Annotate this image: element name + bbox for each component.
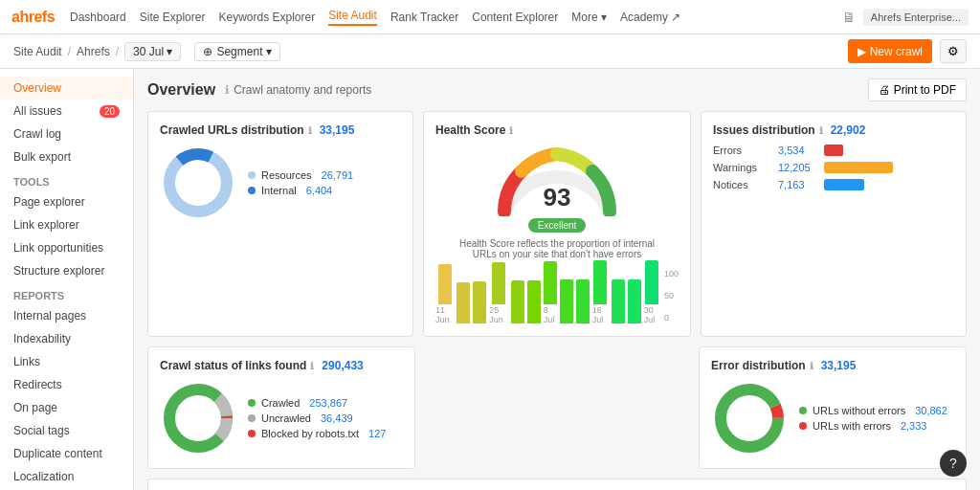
no-errors-val: 30,862 [915,405,947,416]
bar-column: 25 Jun [489,262,507,325]
health-content: 93 Excellent Health Score reflects the p… [435,145,679,324]
health-label: Excellent [528,218,587,233]
sidebar-localization[interactable]: Localization [0,465,133,488]
notices-label: Notices [713,179,770,190]
new-crawl-button[interactable]: ▶ New crawl [848,39,932,63]
no-errors-dot [799,407,807,414]
segment-button[interactable]: ⊕ Segment ▾ [194,42,279,61]
sidebar-tools-section: Tools [0,168,133,190]
sidebar-page-explorer[interactable]: Page explorer [0,190,133,213]
error-dist-donut [711,380,788,457]
account-label[interactable]: Ahrefs Enterprise... [863,9,969,26]
sidebar-link-opportunities[interactable]: Link opportunities [0,236,133,259]
nav-site-audit[interactable]: Site Audit [328,9,377,26]
breadcrumb-site-audit[interactable]: Site Audit [13,45,62,58]
errors-bar [824,145,843,156]
sidebar-redirects[interactable]: Redirects [0,373,133,396]
svg-point-5 [721,390,778,447]
bar-label: 25 Jun [489,305,507,324]
bar-column [628,279,641,325]
uncrawled-val: 36,439 [321,412,353,424]
bar-segment [438,264,452,305]
sidebar-social-tags[interactable]: Social tags [0,419,133,442]
legend-internal: Internal 6,404 [248,185,353,196]
sidebar-overview[interactable]: Overview [0,77,133,100]
bar-segment [593,260,607,305]
nav-site-explorer[interactable]: Site Explorer [140,11,206,24]
crawl-status-info[interactable]: ℹ [310,361,314,371]
logo: ahrefs [11,9,55,26]
sidebar-duplicate-content[interactable]: Duplicate content [0,442,133,465]
issues-rows: Errors 3,534 Warnings 12,205 [713,145,954,190]
date-dropdown[interactable]: 30 Jul ▾ [124,42,181,61]
sidebar-indexability[interactable]: Indexability [0,327,133,350]
spacer [425,346,689,469]
print-icon: 🖨 [879,83,890,97]
print-button[interactable]: 🖨 Print to PDF [868,78,967,101]
bar-column [473,281,486,324]
content-header: Overview ℹ Crawl anatomy and reports 🖨 P… [147,78,967,101]
crawl-status-total: 290,433 [322,359,363,372]
sidebar-internal-pages[interactable]: Internal pages [0,304,133,327]
bar-column [457,282,470,325]
crawl-status-donut [160,380,236,457]
sidebar-all-issues[interactable]: All issues 20 [0,100,133,122]
breadcrumb-sep1: / [68,45,71,58]
bar-column [576,279,590,324]
nav-rank-tracker[interactable]: Rank Tracker [390,11,458,24]
nav-more[interactable]: More ▾ [571,11,607,24]
bar-segment [492,262,505,305]
warnings-bar-bg [824,162,954,173]
sidebar-link-explorer[interactable]: Link explorer [0,213,133,236]
with-errors-dot [799,422,807,430]
notices-row: Notices 7,163 [713,179,954,190]
health-score-info[interactable]: ℹ [509,125,513,136]
legend-blocked: Blocked by robots.txt 127 [248,428,386,439]
bar-column [527,280,541,325]
bar-column [612,279,625,325]
bar-segment [645,260,658,305]
error-dist-info[interactable]: ℹ [810,361,813,371]
sidebar-links[interactable]: Links [0,350,133,373]
bar-segment [527,280,541,324]
blocked-dot [248,430,256,437]
gauge-score: 93 [544,183,571,212]
segment-label: Segment ▾ [216,45,271,58]
error-dist-title: Error distribution ℹ 33,195 [711,359,954,372]
sidebar-on-page[interactable]: On page [0,396,133,419]
bar-column: 16 Jul [592,260,609,325]
bar-axis: 100 50 0 [664,267,679,324]
errors-label: Errors [713,145,770,156]
legend-with-errors: URLs with errors 2,333 [799,420,947,432]
monitor-icon: 🖥 [842,10,856,25]
bar-column [511,280,524,324]
bar-segment [544,261,557,305]
issues-dist-title: Issues distribution ℹ 22,902 [713,123,954,137]
issues-dist-card: Issues distribution ℹ 22,902 Errors 3,53… [701,111,967,337]
nav-keywords-explorer[interactable]: Keywords Explorer [218,11,315,24]
crawl-status-card: Crawl status of links found ℹ 290,433 Cr… [147,346,415,469]
nav-dashboard[interactable]: Dashboard [70,11,126,24]
sidebar-bulk-export[interactable]: Bulk export [0,145,133,168]
warnings-row: Warnings 12,205 [713,162,954,173]
error-dist-chart: URLs without errors 30,862 URLs with err… [711,380,954,457]
nav-academy[interactable]: Academy ↗ [620,11,680,24]
nav-content-explorer[interactable]: Content Explorer [472,11,558,24]
breadcrumb-ahrefs[interactable]: Ahrefs [77,45,110,58]
error-dist-total: 33,195 [821,359,857,372]
crawled-urls-legend: Resources 26,791 Internal 6,404 [248,169,353,196]
legend-crawled: Crawled 253,867 [248,397,386,409]
sidebar-structure-explorer[interactable]: Structure explorer [0,259,133,282]
segment-icon: ⊕ [203,45,212,58]
crawled-urls-info[interactable]: ℹ [308,125,312,136]
crawled-dot [248,399,256,407]
crawl-status-chart: Crawled 253,867 Uncrawled 36,439 Blocked… [160,380,403,457]
issues-dist-total: 22,902 [831,123,866,137]
issues-dist-info[interactable]: ℹ [819,125,823,136]
help-button[interactable]: ? [940,450,967,477]
crawled-urls-chart: Resources 26,791 Internal 6,404 [160,145,401,221]
crawl-status-title: Crawl status of links found ℹ 290,433 [160,359,403,372]
bar-label: 16 Jul [592,305,609,324]
sidebar-crawl-log[interactable]: Crawl log [0,122,133,145]
settings-button[interactable]: ⚙ [940,39,967,63]
